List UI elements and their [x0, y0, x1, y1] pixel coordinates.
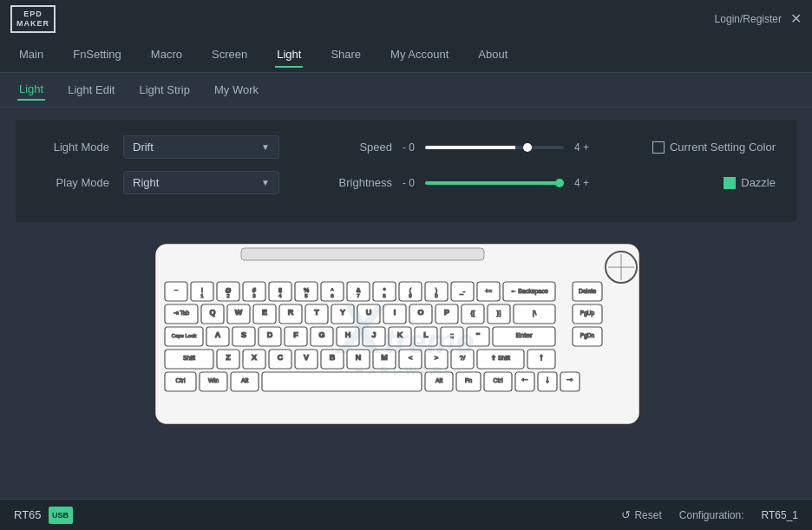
svg-text:@: @: [225, 287, 231, 293]
current-color-label: Current Setting Color: [670, 141, 776, 154]
svg-text:I: I: [394, 308, 396, 317]
svg-text:J: J: [371, 330, 376, 339]
svg-text:+=: +=: [485, 288, 492, 294]
reset-icon: ↺: [621, 508, 631, 521]
svg-text:↑: ↑: [539, 351, 544, 362]
svg-text:Win: Win: [208, 377, 219, 383]
svg-text:Ctrl: Ctrl: [494, 377, 503, 383]
play-mode-row: Play Mode Right ▼ Brightness - 0 4 + Daz…: [36, 171, 776, 194]
svg-text:{[: {[: [471, 309, 476, 317]
svg-text:⇧ Shift: ⇧ Shift: [491, 355, 510, 361]
svg-text:>: >: [435, 354, 439, 362]
svg-text:S: S: [241, 330, 246, 339]
svg-text:?/: ?/: [460, 354, 466, 362]
svg-text:%: %: [304, 287, 309, 293]
nav-macro[interactable]: Macro: [149, 43, 184, 68]
current-color-section: Current Setting Color: [652, 141, 776, 154]
svg-text:!: !: [201, 287, 203, 293]
svg-text:H: H: [345, 330, 351, 339]
keyboard-area: X treme HARDWARE ~ !: [0, 234, 812, 437]
light-mode-row: Light Mode Drift ▼ Speed - 0 4 + Current…: [36, 135, 776, 159]
login-register-link[interactable]: Login/Register: [715, 13, 782, 25]
svg-text:_-: _-: [459, 288, 466, 295]
nav-main[interactable]: Main: [17, 43, 45, 68]
speed-max-label: 4 +: [574, 141, 589, 154]
dazzle-checkbox[interactable]: [724, 177, 736, 189]
svg-text:A: A: [215, 330, 221, 339]
nav-fnsetting[interactable]: FnSetting: [71, 43, 123, 68]
svg-rect-135: [262, 372, 422, 391]
play-mode-value: Right: [133, 176, 159, 189]
svg-text:PgUp: PgUp: [580, 310, 595, 317]
svg-text:Alt: Alt: [241, 377, 248, 383]
subtab-my-work[interactable]: My Work: [213, 80, 260, 100]
svg-text:↓: ↓: [545, 374, 550, 384]
device-name: RT65: [14, 508, 42, 521]
light-mode-dropdown[interactable]: Drift ▼: [123, 135, 279, 159]
titlebar-right: Login/Register ✕: [715, 12, 802, 26]
svg-text:V: V: [304, 353, 309, 362]
svg-text:Fn: Fn: [465, 377, 472, 383]
config-label: Configuration:: [679, 509, 744, 521]
subtab-light[interactable]: Light: [17, 79, 45, 101]
brightness-section: Brightness - 0 4 +: [331, 176, 703, 189]
close-button[interactable]: ✕: [790, 12, 802, 26]
play-mode-dropdown[interactable]: Right ▼: [123, 171, 279, 194]
svg-text:N: N: [356, 353, 362, 362]
config-value: RT65_1: [762, 509, 798, 521]
reset-label: Reset: [634, 509, 661, 521]
usb-icon: USB: [49, 507, 73, 524]
svg-text:U: U: [366, 308, 372, 317]
svg-text:B: B: [330, 353, 336, 362]
bottombar-left: RT65 USB: [14, 507, 73, 524]
current-color-checkbox[interactable]: [652, 141, 665, 154]
svg-text:P: P: [444, 308, 449, 317]
svg-text:<: <: [409, 354, 413, 362]
svg-text:O: O: [417, 308, 423, 317]
play-mode-label: Play Mode: [36, 176, 123, 189]
svg-text:⇥ Tab: ⇥ Tab: [174, 310, 190, 316]
speed-slider[interactable]: [425, 146, 564, 149]
svg-text:X: X: [252, 353, 257, 362]
svg-text:D: D: [267, 330, 273, 339]
svg-text:}]: }]: [497, 309, 501, 317]
svg-text:L: L: [423, 330, 429, 339]
speed-label: Speed: [331, 141, 392, 154]
nav-screen[interactable]: Screen: [210, 43, 249, 68]
svg-text::;: :;: [450, 331, 454, 339]
brightness-slider[interactable]: [425, 181, 564, 185]
svg-text:Z: Z: [226, 353, 231, 362]
nav-myaccount[interactable]: My Account: [389, 43, 450, 68]
svg-text:Alt: Alt: [435, 377, 442, 383]
svg-text:Ctrl: Ctrl: [176, 377, 186, 383]
svg-text:← Backspace: ← Backspace: [510, 288, 547, 295]
nav-share[interactable]: Share: [329, 43, 363, 68]
brightness-label: Brightness: [331, 176, 392, 189]
svg-text:Q: Q: [209, 308, 215, 317]
svg-text:&: &: [357, 287, 361, 293]
speed-min-label: - 0: [403, 141, 415, 154]
reset-button[interactable]: ↺ Reset: [621, 508, 661, 521]
svg-text:G: G: [318, 330, 324, 339]
nav-light[interactable]: Light: [275, 43, 303, 68]
svg-text:Enter: Enter: [515, 331, 532, 339]
light-mode-arrow: ▼: [261, 142, 270, 152]
logo: EPDMAKER: [10, 5, 56, 33]
bottombar-right: ↺ Reset Configuration: RT65_1: [621, 508, 798, 521]
subtab-light-edit[interactable]: Light Edit: [66, 80, 116, 100]
nav-about[interactable]: About: [476, 43, 509, 68]
svg-text:C: C: [278, 353, 284, 362]
subtabs: Light Light Edit Light Strip My Work: [0, 73, 812, 108]
keyboard-diagram: ~ ! 1 @ 2 # 3 $ 4 % 5: [146, 234, 666, 437]
svg-text:#: #: [252, 287, 256, 293]
light-mode-label: Light Mode: [36, 141, 123, 154]
svg-text:F: F: [293, 330, 298, 339]
svg-text:E: E: [262, 308, 267, 317]
svg-text:Shift: Shift: [183, 355, 195, 361]
play-mode-arrow: ▼: [261, 178, 270, 187]
subtab-light-strip[interactable]: Light Strip: [137, 80, 192, 100]
brightness-max-label: 4 +: [574, 177, 589, 189]
svg-text:Y: Y: [340, 308, 345, 317]
svg-text:→: →: [566, 374, 575, 384]
titlebar: EPDMAKER Login/Register ✕: [0, 0, 812, 38]
